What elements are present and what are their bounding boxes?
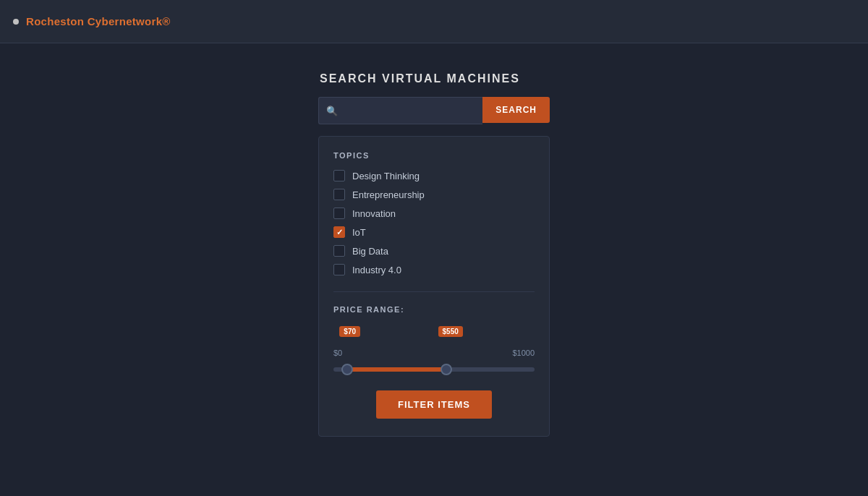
checkbox-item-design-thinking[interactable]: Design Thinking <box>333 170 535 181</box>
checkbox-design-thinking[interactable] <box>333 170 345 181</box>
filter-items-button[interactable]: FILTER ITEMS <box>376 390 492 419</box>
search-input[interactable] <box>344 98 475 124</box>
main-content: SEARCH VIRTUAL MACHINES 🔍 SEARCH TOPICS … <box>0 43 868 496</box>
topics-section-label: TOPICS <box>333 151 535 160</box>
checkbox-label-iot: IoT <box>352 227 366 238</box>
checkbox-big-data[interactable] <box>333 245 345 257</box>
range-badge-max: $550 <box>438 326 463 337</box>
checkbox-industry-40[interactable] <box>333 264 345 275</box>
checkbox-label-big-data: Big Data <box>352 246 388 257</box>
nav-brand: Rocheston Cybernetwork® <box>26 15 171 27</box>
search-button[interactable]: SEARCH <box>482 97 550 123</box>
price-range-label: PRICE RANGE: <box>333 305 535 314</box>
slider-thumb-right[interactable] <box>441 364 452 375</box>
checkbox-item-industry-40[interactable]: Industry 4.0 <box>333 264 535 275</box>
range-limit-max: $1000 <box>512 349 535 357</box>
checkbox-label-innovation: Innovation <box>352 208 396 219</box>
checkmark-icon: ✓ <box>336 228 343 236</box>
slider-fill <box>347 367 446 372</box>
divider <box>333 291 535 292</box>
checkbox-label-entrepreneurship: Entrepreneurship <box>352 189 425 200</box>
search-icon: 🔍 <box>326 106 338 116</box>
panel: SEARCH VIRTUAL MACHINES 🔍 SEARCH TOPICS … <box>318 72 550 437</box>
navbar: Rocheston Cybernetwork® <box>0 0 868 43</box>
checkbox-list: Design Thinking Entrepreneurship Innovat… <box>333 170 535 275</box>
slider-thumb-left[interactable] <box>341 364 353 375</box>
nav-dot-icon <box>13 19 19 25</box>
checkbox-item-innovation[interactable]: Innovation <box>333 208 535 219</box>
price-range-section: PRICE RANGE: $70 $550 $0 $1000 <box>333 305 535 386</box>
checkbox-item-entrepreneurship[interactable]: Entrepreneurship <box>333 189 535 200</box>
filter-card: TOPICS Design Thinking Entrepreneurship … <box>318 136 550 437</box>
checkbox-entrepreneurship[interactable] <box>333 189 345 200</box>
range-limits-row: $0 $1000 <box>333 349 535 357</box>
checkbox-label-design-thinking: Design Thinking <box>352 171 420 181</box>
checkbox-label-industry-40: Industry 4.0 <box>352 265 401 275</box>
search-row: 🔍 SEARCH <box>318 97 550 124</box>
checkbox-item-iot[interactable]: ✓ IoT <box>333 226 535 238</box>
checkbox-item-big-data[interactable]: Big Data <box>333 245 535 257</box>
search-input-wrapper: 🔍 <box>318 97 482 124</box>
range-badge-min: $70 <box>339 326 360 337</box>
checkbox-iot[interactable]: ✓ <box>333 226 345 238</box>
price-range-slider[interactable] <box>333 367 535 372</box>
range-limit-min: $0 <box>333 349 342 357</box>
checkbox-innovation[interactable] <box>333 208 345 219</box>
range-badges-row: $70 $550 <box>333 321 535 341</box>
page-title: SEARCH VIRTUAL MACHINES <box>320 72 520 85</box>
